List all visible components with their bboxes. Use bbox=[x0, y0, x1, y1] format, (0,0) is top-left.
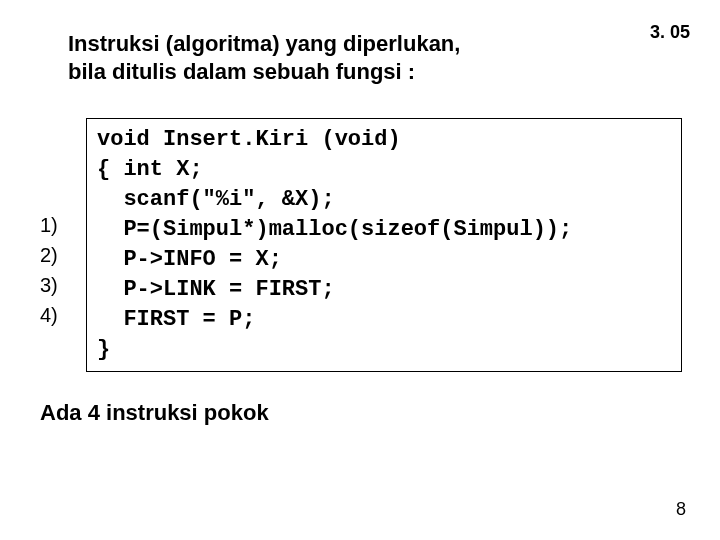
line-number: 2) bbox=[40, 240, 58, 270]
code-line: } bbox=[97, 337, 110, 362]
intro-line-2: bila ditulis dalam sebuah fungsi : bbox=[68, 58, 460, 86]
code-line: { int X; bbox=[97, 157, 203, 182]
section-number: 3. 05 bbox=[650, 22, 690, 43]
code-line: P->LINK = FIRST; bbox=[97, 277, 335, 302]
footer-note: Ada 4 instruksi pokok bbox=[40, 400, 269, 426]
page-number: 8 bbox=[676, 499, 686, 520]
code-line: FIRST = P; bbox=[97, 307, 255, 332]
intro-line-1: Instruksi (algoritma) yang diperlukan, bbox=[68, 30, 460, 58]
intro-text: Instruksi (algoritma) yang diperlukan, b… bbox=[68, 30, 460, 85]
code-line: scanf("%i", &X); bbox=[97, 187, 335, 212]
code-line: P=(Simpul*)malloc(sizeof(Simpul)); bbox=[97, 217, 572, 242]
line-number: 3) bbox=[40, 270, 58, 300]
line-number: 1) bbox=[40, 210, 58, 240]
line-number-gutter: 1) 2) 3) 4) bbox=[40, 118, 58, 330]
code-line: void Insert.Kiri (void) bbox=[97, 127, 401, 152]
slide-page: 3. 05 Instruksi (algoritma) yang diperlu… bbox=[0, 0, 720, 540]
code-block: void Insert.Kiri (void) { int X; scanf("… bbox=[86, 118, 682, 372]
line-number: 4) bbox=[40, 300, 58, 330]
code-line: P->INFO = X; bbox=[97, 247, 282, 272]
